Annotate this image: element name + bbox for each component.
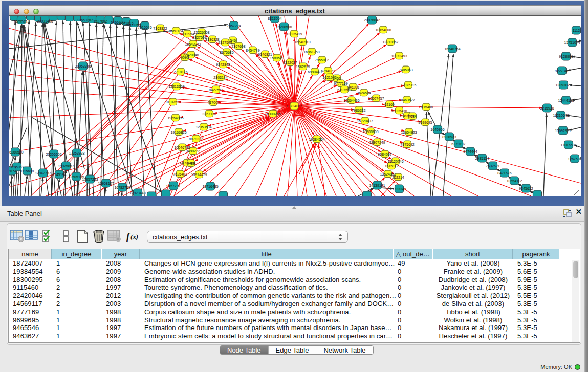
svg-text:1267534: 1267534 <box>568 157 581 161</box>
svg-text:6794023: 6794023 <box>321 69 335 73</box>
svg-text:(x): (x) <box>130 233 138 240</box>
svg-text:13325419: 13325419 <box>286 32 302 36</box>
svg-text:f: f <box>126 231 130 242</box>
svg-text:9115460: 9115460 <box>420 105 433 109</box>
svg-text:6379197: 6379197 <box>451 142 465 146</box>
svg-text:16648764: 16648764 <box>444 47 460 51</box>
svg-text:7955812: 7955812 <box>315 58 329 62</box>
svg-text:7857224: 7857224 <box>227 24 241 28</box>
svg-text:14139141: 14139141 <box>369 184 385 187</box>
svg-text:19975857: 19975857 <box>58 164 74 168</box>
svg-text:20206556: 20206556 <box>46 152 61 156</box>
svg-text:1562615: 1562615 <box>296 65 310 69</box>
svg-text:19218506: 19218506 <box>276 25 292 29</box>
svg-text:10154808: 10154808 <box>375 28 391 32</box>
svg-text:12093872: 12093872 <box>555 83 571 87</box>
svg-text:2718176: 2718176 <box>173 70 187 74</box>
svg-text:9129906: 9129906 <box>559 55 573 58</box>
svg-text:13226058: 13226058 <box>193 31 209 34</box>
svg-text:20364436: 20364436 <box>343 99 359 102</box>
svg-text:1115688: 1115688 <box>20 169 34 173</box>
svg-text:10914479: 10914479 <box>191 173 207 177</box>
svg-text:7986322: 7986322 <box>352 108 365 112</box>
svg-text:20053346: 20053346 <box>75 64 91 68</box>
svg-text:9146821: 9146821 <box>258 53 272 56</box>
svg-text:20876842: 20876842 <box>364 18 380 22</box>
svg-text:26260520: 26260520 <box>9 150 24 154</box>
svg-text:8454749: 8454749 <box>246 49 259 52</box>
svg-text:10654112: 10654112 <box>507 179 522 183</box>
svg-text:9457791: 9457791 <box>166 184 180 188</box>
svg-text:3498222: 3498222 <box>186 149 200 153</box>
svg-text:12975115: 12975115 <box>401 83 417 87</box>
svg-text:1615112: 1615112 <box>385 164 399 168</box>
svg-text:16782759: 16782759 <box>114 186 130 189</box>
svg-text:9185061: 9185061 <box>10 165 24 169</box>
svg-text:1145194: 1145194 <box>53 173 67 177</box>
svg-text:12213967: 12213967 <box>382 40 398 44</box>
svg-text:8675685: 8675685 <box>220 51 233 54</box>
svg-text:12923448: 12923448 <box>129 191 145 195</box>
svg-text:12942737: 12942737 <box>35 171 51 175</box>
svg-text:9474444: 9474444 <box>463 150 477 154</box>
svg-text:4684: 4684 <box>408 115 417 118</box>
svg-text:7625402: 7625402 <box>173 172 187 176</box>
svg-text:19654985: 19654985 <box>167 116 183 120</box>
svg-text:546: 546 <box>230 39 236 42</box>
svg-text:1112: 1112 <box>573 29 580 32</box>
svg-text:3215938: 3215938 <box>540 106 554 110</box>
svg-text:9489: 9489 <box>187 162 195 165</box>
svg-text:8322037: 8322037 <box>283 61 297 64</box>
svg-text:7632621: 7632621 <box>486 164 499 168</box>
svg-text:7975692: 7975692 <box>400 143 414 146</box>
svg-text:14055714: 14055714 <box>13 20 29 24</box>
svg-text:18300295: 18300295 <box>265 112 280 116</box>
svg-text:8938923: 8938923 <box>442 135 456 139</box>
svg-text:9242848: 9242848 <box>216 63 230 67</box>
svg-text:10653287: 10653287 <box>77 18 93 22</box>
svg-text:8912954: 8912954 <box>180 32 194 36</box>
svg-text:9090: 9090 <box>181 56 189 59</box>
svg-text:18463627: 18463627 <box>399 98 415 102</box>
svg-text:16961758: 16961758 <box>303 50 319 54</box>
svg-text:19166825: 19166825 <box>170 130 186 134</box>
svg-text:13716485: 13716485 <box>202 185 218 188</box>
svg-text:8471676: 8471676 <box>497 171 511 175</box>
svg-text:10046788: 10046788 <box>174 146 190 149</box>
svg-text:417004: 417004 <box>207 101 219 104</box>
svg-text:9245612: 9245612 <box>519 187 533 190</box>
svg-text:19384554: 19384554 <box>309 138 324 141</box>
svg-text:62160: 62160 <box>384 103 395 106</box>
svg-text:10688609: 10688609 <box>362 130 378 134</box>
svg-text:2367608: 2367608 <box>231 45 245 48</box>
svg-text:12444153: 12444153 <box>558 99 574 102</box>
svg-text:1527602: 1527602 <box>93 19 107 23</box>
svg-text:10973493: 10973493 <box>391 54 407 58</box>
svg-text:10543342: 10543342 <box>185 42 201 46</box>
svg-text:15751074: 15751074 <box>564 41 580 45</box>
svg-text:3267130: 3267130 <box>202 112 216 116</box>
svg-text:18724007: 18724007 <box>286 104 302 108</box>
svg-text:13654923: 13654923 <box>401 130 417 134</box>
svg-text:10958107: 10958107 <box>98 182 114 185</box>
svg-text:1640956: 1640956 <box>430 128 444 132</box>
svg-text:9084067: 9084067 <box>378 152 391 156</box>
svg-text:16210643: 16210643 <box>553 114 569 117</box>
svg-text:1733342: 1733342 <box>392 187 406 191</box>
svg-text:16640910: 16640910 <box>294 40 310 44</box>
svg-text:12353594: 12353594 <box>195 125 211 129</box>
svg-text:9327503: 9327503 <box>192 36 206 39</box>
svg-text:7485063: 7485063 <box>399 68 412 72</box>
svg-text:10025438: 10025438 <box>391 109 407 113</box>
svg-text:2451: 2451 <box>333 77 341 80</box>
svg-text:6497568: 6497568 <box>337 88 351 92</box>
svg-text:20091406: 20091406 <box>37 19 53 23</box>
svg-text:9777169: 9777169 <box>334 82 347 85</box>
svg-text:12213369: 12213369 <box>168 85 184 89</box>
svg-text:39154: 39154 <box>9 169 17 173</box>
svg-text:2803144: 2803144 <box>213 76 227 79</box>
svg-text:17353938: 17353938 <box>69 151 84 155</box>
svg-text:8427552: 8427552 <box>209 88 223 92</box>
svg-text:15692971: 15692971 <box>555 129 571 133</box>
svg-text:9227342: 9227342 <box>555 69 569 73</box>
